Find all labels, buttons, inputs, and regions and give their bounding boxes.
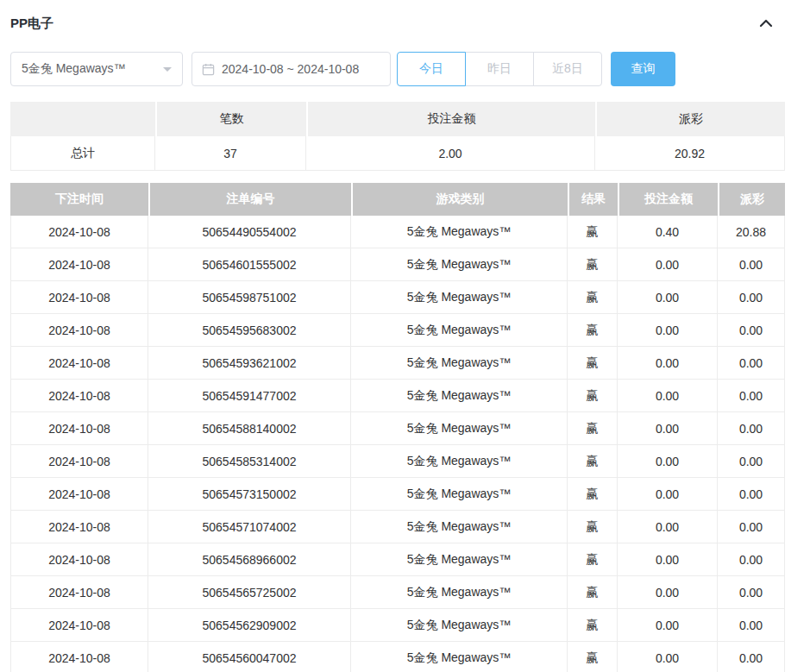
table-row: 2024-10-08506545629090025金兔 Megaways™赢0.… bbox=[10, 609, 785, 642]
bet-id-cell: 50654593621002 bbox=[148, 347, 351, 380]
bet-time-cell: 2024-10-08 bbox=[10, 347, 148, 380]
bet-table-body: 2024-10-08506544905540025金兔 Megaways™赢0.… bbox=[10, 216, 785, 672]
bet-time-cell: 2024-10-08 bbox=[10, 248, 148, 281]
bet-amount-cell: 0.00 bbox=[618, 642, 718, 672]
bet-id-cell: 50654560047002 bbox=[148, 642, 351, 672]
table-row: 2024-10-08506545987510025金兔 Megaways™赢0.… bbox=[10, 281, 785, 314]
bet-time-cell: 2024-10-08 bbox=[10, 445, 148, 478]
payout-cell: 20.88 bbox=[718, 216, 785, 248]
game-type-cell: 5金兔 Megaways™ bbox=[351, 412, 568, 445]
quick-range-button-group: 今日 昨日 近8日 bbox=[397, 52, 602, 86]
summary-header-row: 笔数 投注金额 派彩 bbox=[10, 102, 785, 136]
panel-title: PP电子 bbox=[10, 16, 53, 32]
summary-total-payout: 20.92 bbox=[595, 136, 785, 171]
panel-header: PP电子 bbox=[10, 12, 785, 35]
result-cell: 赢 bbox=[568, 281, 618, 314]
result-cell: 赢 bbox=[568, 609, 618, 642]
payout-cell: 0.00 bbox=[718, 642, 785, 672]
today-button[interactable]: 今日 bbox=[397, 52, 466, 86]
table-row: 2024-10-08506545881400025金兔 Megaways™赢0.… bbox=[10, 412, 785, 445]
bet-amount-cell: 0.00 bbox=[618, 314, 718, 347]
summary-total-count: 37 bbox=[155, 136, 306, 171]
bet-time-cell: 2024-10-08 bbox=[10, 380, 148, 412]
game-type-cell: 5金兔 Megaways™ bbox=[351, 347, 568, 380]
table-row: 2024-10-08506545657250025金兔 Megaways™赢0.… bbox=[10, 576, 785, 609]
calendar-icon bbox=[202, 63, 215, 76]
game-type-cell: 5金兔 Megaways™ bbox=[351, 380, 568, 412]
bet-amount-cell: 0.00 bbox=[618, 380, 718, 412]
collapse-button[interactable] bbox=[757, 15, 775, 32]
bet-amount-cell: 0.00 bbox=[618, 347, 718, 380]
result-cell: 赢 bbox=[568, 543, 618, 576]
bet-records-table: 下注时间 注单编号 游戏类别 结果 投注金额 派彩 2024-10-085065… bbox=[10, 183, 785, 672]
summary-total-row: 总计 37 2.00 20.92 bbox=[10, 136, 785, 171]
result-cell: 赢 bbox=[568, 576, 618, 609]
game-select-value: 5金兔 Megaways™ bbox=[22, 61, 126, 77]
game-type-cell: 5金兔 Megaways™ bbox=[351, 248, 568, 281]
bet-time-cell: 2024-10-08 bbox=[10, 478, 148, 511]
last-8-days-button[interactable]: 近8日 bbox=[533, 52, 602, 86]
bet-id-cell: 50654565725002 bbox=[148, 576, 351, 609]
result-cell: 赢 bbox=[568, 314, 618, 347]
bet-amount-cell: 0.00 bbox=[618, 445, 718, 478]
payout-cell: 0.00 bbox=[718, 314, 785, 347]
table-row: 2024-10-08506545731500025金兔 Megaways™赢0.… bbox=[10, 478, 785, 511]
table-row: 2024-10-08506545710740025金兔 Megaways™赢0.… bbox=[10, 511, 785, 543]
bet-amount-cell: 0.00 bbox=[618, 478, 718, 511]
bet-amount-cell: 0.40 bbox=[618, 216, 718, 248]
payout-cell: 0.00 bbox=[718, 281, 785, 314]
header-game-type: 游戏类别 bbox=[351, 183, 568, 216]
bet-amount-cell: 0.00 bbox=[618, 248, 718, 281]
bet-time-cell: 2024-10-08 bbox=[10, 576, 148, 609]
bet-id-cell: 50654573150002 bbox=[148, 478, 351, 511]
header-bet-time: 下注时间 bbox=[10, 183, 148, 216]
table-row: 2024-10-08506546015550025金兔 Megaways™赢0.… bbox=[10, 248, 785, 281]
payout-cell: 0.00 bbox=[718, 347, 785, 380]
bet-time-cell: 2024-10-08 bbox=[10, 412, 148, 445]
game-type-cell: 5金兔 Megaways™ bbox=[351, 281, 568, 314]
summary-header-count: 笔数 bbox=[155, 102, 306, 136]
date-range-input[interactable]: 2024-10-08 ~ 2024-10-08 bbox=[192, 52, 391, 86]
filter-row: 5金兔 Megaways™ 2024-10-08 ~ 2024-10-08 今日… bbox=[10, 52, 785, 86]
bet-id-cell: 50654490554002 bbox=[148, 216, 351, 248]
bet-id-cell: 50654591477002 bbox=[148, 380, 351, 412]
bet-time-cell: 2024-10-08 bbox=[10, 216, 148, 248]
bet-time-cell: 2024-10-08 bbox=[10, 511, 148, 543]
result-cell: 赢 bbox=[568, 478, 618, 511]
bet-amount-cell: 0.00 bbox=[618, 412, 718, 445]
header-bet-id: 注单编号 bbox=[148, 183, 351, 216]
bet-id-cell: 50654588140002 bbox=[148, 412, 351, 445]
header-payout: 派彩 bbox=[718, 183, 785, 216]
payout-cell: 0.00 bbox=[718, 248, 785, 281]
summary-table: 笔数 投注金额 派彩 总计 37 2.00 20.92 bbox=[10, 102, 785, 171]
header-bet-amount: 投注金额 bbox=[618, 183, 718, 216]
payout-cell: 0.00 bbox=[718, 380, 785, 412]
result-cell: 赢 bbox=[568, 216, 618, 248]
result-cell: 赢 bbox=[568, 511, 618, 543]
game-select[interactable]: 5金兔 Megaways™ bbox=[10, 52, 183, 86]
bet-amount-cell: 0.00 bbox=[618, 576, 718, 609]
game-type-cell: 5金兔 Megaways™ bbox=[351, 216, 568, 248]
bet-id-cell: 50654571074002 bbox=[148, 511, 351, 543]
yesterday-button[interactable]: 昨日 bbox=[465, 52, 534, 86]
bet-id-cell: 50654562909002 bbox=[148, 609, 351, 642]
bet-id-cell: 50654595683002 bbox=[148, 314, 351, 347]
bet-amount-cell: 0.00 bbox=[618, 609, 718, 642]
table-row: 2024-10-08506545600470025金兔 Megaways™赢0.… bbox=[10, 642, 785, 672]
game-type-cell: 5金兔 Megaways™ bbox=[351, 609, 568, 642]
bet-amount-cell: 0.00 bbox=[618, 511, 718, 543]
bet-table-header-row: 下注时间 注单编号 游戏类别 结果 投注金额 派彩 bbox=[10, 183, 785, 216]
summary-total-label: 总计 bbox=[10, 136, 155, 171]
header-result: 结果 bbox=[568, 183, 618, 216]
payout-cell: 0.00 bbox=[718, 412, 785, 445]
payout-cell: 0.00 bbox=[718, 543, 785, 576]
bet-time-cell: 2024-10-08 bbox=[10, 281, 148, 314]
bet-id-cell: 50654601555002 bbox=[148, 248, 351, 281]
payout-cell: 0.00 bbox=[718, 609, 785, 642]
table-row: 2024-10-08506544905540025金兔 Megaways™赢0.… bbox=[10, 216, 785, 248]
bet-time-cell: 2024-10-08 bbox=[10, 543, 148, 576]
query-button[interactable]: 查询 bbox=[611, 52, 675, 86]
summary-header-bet-amount: 投注金额 bbox=[306, 102, 595, 136]
table-row: 2024-10-08506545914770025金兔 Megaways™赢0.… bbox=[10, 380, 785, 412]
game-type-cell: 5金兔 Megaways™ bbox=[351, 478, 568, 511]
